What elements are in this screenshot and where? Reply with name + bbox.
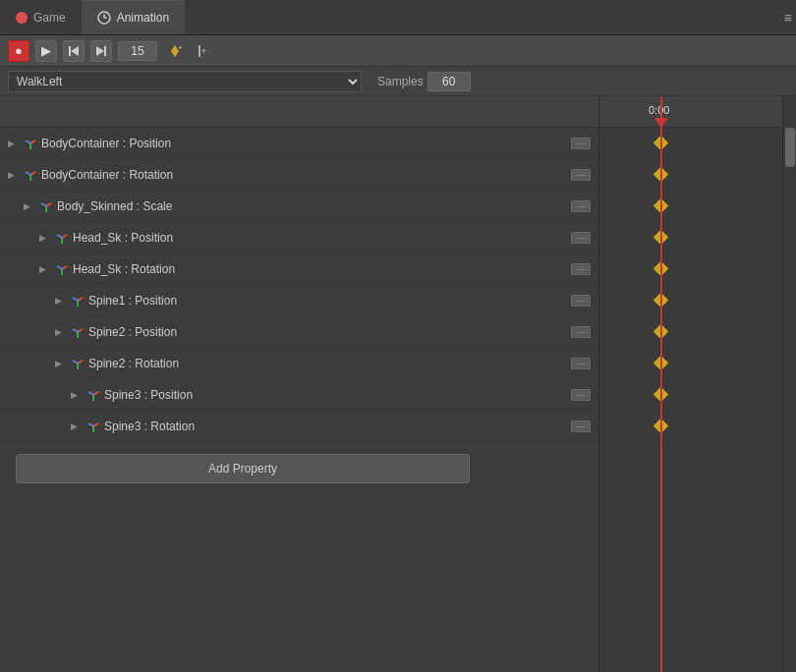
prop-dash-9[interactable] [571,420,591,432]
svg-line-17 [46,203,51,206]
expand-arrow-8[interactable]: ▶ [71,390,83,400]
tab-animation[interactable]: Animation [82,0,185,34]
prop-dash-0[interactable] [571,138,591,149]
axis-icon-6 [71,325,85,339]
expand-arrow-7[interactable]: ▶ [55,359,67,368]
expand-arrow-2[interactable]: ▶ [24,201,35,211]
kf-row-0 [599,128,796,159]
prop-label-4: Head_Sk : Rotation [73,262,175,276]
expand-arrow-5[interactable]: ▶ [55,296,67,306]
axis-icon-8 [86,388,100,402]
clip-select[interactable]: WalkLeft [8,71,362,92]
svg-line-20 [62,235,67,238]
tab-game[interactable]: Game [0,0,82,34]
expand-arrow-3[interactable]: ▶ [39,233,51,243]
timeline-scrollbar[interactable] [782,96,796,672]
kf-row-8 [599,379,796,411]
add-keyframe-icon: + [167,43,183,59]
keyframe-7[interactable] [654,356,669,371]
property-row-8: ▶ Spine3 : Position [0,379,598,411]
prop-dash-8[interactable] [571,389,591,401]
samples-input[interactable] [427,72,471,91]
prev-keyframe-icon [68,45,80,57]
toolbar: ● ▶ + + [0,35,796,67]
kf-row-1 [599,159,796,191]
tab-menu-button[interactable]: ≡ [784,10,792,26]
expand-arrow-0[interactable]: ▶ [8,139,20,148]
prop-label-5: Spine1 : Position [88,294,177,308]
next-keyframe-button[interactable] [90,40,112,62]
keyframe-6[interactable] [654,324,669,340]
game-icon [16,12,28,24]
timeline-ruler: 0:00 [599,96,796,128]
svg-line-15 [26,172,30,175]
property-row-4: ▶ Head_Sk : Rotation [0,253,598,285]
prop-dash-2[interactable] [571,200,591,212]
prop-dash-1[interactable] [571,169,591,181]
prop-dash-7[interactable] [571,358,591,369]
keyframe-2[interactable] [654,198,669,214]
svg-marker-6 [96,46,104,56]
expand-arrow-9[interactable]: ▶ [71,421,83,431]
prop-label-1: BodyContainer : Rotation [41,168,173,182]
property-row-5: ▶ Spine1 : Position [0,285,598,316]
time-label: 0:00 [649,104,669,116]
keyframe-9[interactable] [654,419,669,434]
svg-line-11 [30,140,35,143]
svg-rect-3 [69,46,71,56]
frame-input[interactable] [118,41,157,61]
add-event-button[interactable]: + [193,41,216,61]
expand-arrow-1[interactable]: ▶ [8,170,20,180]
scrollbar-thumb[interactable] [785,128,795,167]
property-row-2: ▶ Body_Skinned : Scale [0,191,598,222]
prop-dash-5[interactable] [571,295,591,307]
ruler-row [0,96,598,128]
svg-line-27 [73,298,78,301]
keyframe-4[interactable] [654,261,669,277]
record-button[interactable]: ● [8,40,29,62]
keyframe-1[interactable] [654,167,669,183]
axis-icon-3 [55,231,69,245]
keyframe-5[interactable] [654,293,669,308]
expand-arrow-4[interactable]: ▶ [39,264,51,274]
svg-line-23 [62,266,67,269]
kf-row-4 [599,253,796,285]
prop-label-7: Spine2 : Rotation [88,357,179,370]
svg-line-21 [57,235,62,238]
prev-keyframe-button[interactable] [63,40,85,62]
axis-icon-0 [24,137,37,150]
axis-icon-2 [39,199,53,213]
property-row-3: ▶ Head_Sk : Position [0,222,598,253]
main-area: ▶ BodyContainer : Position ▶ BodyContain… [0,96,796,672]
properties-panel: ▶ BodyContainer : Position ▶ BodyContain… [0,96,599,672]
property-row-9: ▶ Spine3 : Rotation [0,411,598,442]
expand-arrow-6[interactable]: ▶ [55,327,67,337]
add-property-button[interactable]: Add Property [16,454,470,483]
next-keyframe-icon [95,45,107,57]
prop-label-2: Body_Skinned : Scale [57,199,172,213]
axis-icon-5 [71,294,85,308]
prop-dash-4[interactable] [571,263,591,275]
kf-row-3 [599,222,796,253]
kf-row-7 [599,348,796,379]
keyframe-3[interactable] [654,230,669,246]
add-keyframe-button[interactable]: + [163,41,187,61]
kf-row-5 [599,285,796,316]
keyframe-0[interactable] [654,136,669,151]
tab-game-label: Game [33,11,66,25]
clip-bar: WalkLeft Samples [0,67,796,96]
kf-row-9 [599,411,796,442]
samples-label: Samples [377,75,424,88]
svg-line-39 [88,423,93,426]
tab-animation-label: Animation [117,11,169,25]
keyframe-8[interactable] [654,387,669,403]
svg-line-38 [93,423,98,426]
play-button[interactable]: ▶ [35,40,57,62]
svg-marker-4 [71,46,79,56]
prop-dash-3[interactable] [571,232,591,244]
svg-text:+: + [201,46,206,56]
svg-line-24 [57,266,62,269]
prop-dash-6[interactable] [571,326,591,338]
axis-icon-4 [55,262,69,276]
svg-line-35 [93,392,98,395]
